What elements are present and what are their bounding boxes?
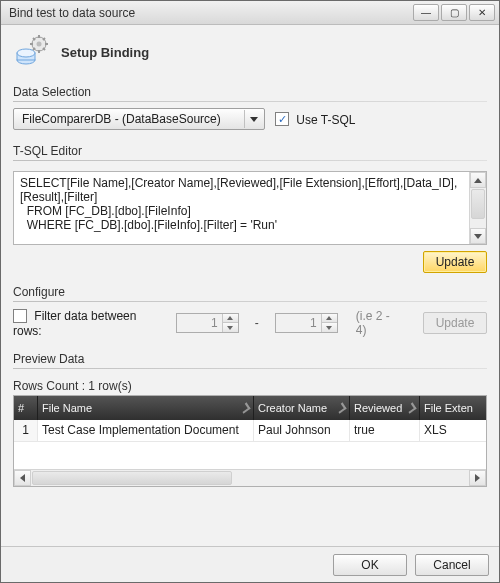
header: Setup Binding xyxy=(13,25,487,81)
col-file-ext[interactable]: File Exten xyxy=(420,396,486,420)
minimize-button[interactable]: — xyxy=(413,4,439,21)
divider xyxy=(13,301,487,302)
cancel-button[interactable]: Cancel xyxy=(415,554,489,576)
filter-icon[interactable] xyxy=(239,402,250,413)
col-file-name[interactable]: File Name xyxy=(38,396,254,420)
step-up-icon[interactable] xyxy=(222,314,238,323)
svg-point-4 xyxy=(37,42,42,47)
scroll-track[interactable] xyxy=(31,470,469,486)
svg-line-9 xyxy=(33,38,35,40)
table-row[interactable]: 1 Test Case Implementation Document Paul… xyxy=(14,420,486,442)
client-area: Setup Binding Data Selection FileCompare… xyxy=(1,25,499,546)
data-selection-row: FileComparerDB - (DataBaseSource) Use T-… xyxy=(13,108,487,130)
divider xyxy=(13,101,487,102)
step-down-icon[interactable] xyxy=(321,322,337,332)
cell-reviewed: true xyxy=(350,420,420,441)
filter-icon[interactable] xyxy=(405,402,416,413)
cell-file-name: Test Case Implementation Document xyxy=(38,420,254,441)
scroll-thumb[interactable] xyxy=(471,189,485,219)
cell-creator: Paul Johnson xyxy=(254,420,350,441)
col-reviewed[interactable]: Reviewed xyxy=(350,396,420,420)
scroll-down-icon[interactable] xyxy=(470,228,486,244)
step-down-icon[interactable] xyxy=(222,322,238,332)
database-gear-icon xyxy=(13,33,51,71)
checkbox-icon xyxy=(275,112,289,126)
svg-point-2 xyxy=(17,49,35,57)
col-creator[interactable]: Creator Name xyxy=(254,396,350,420)
divider xyxy=(13,368,487,369)
cell-num: 1 xyxy=(14,420,38,441)
datasource-dropdown[interactable]: FileComparerDB - (DataBaseSource) xyxy=(13,108,265,130)
filter-icon[interactable] xyxy=(335,402,346,413)
page-title: Setup Binding xyxy=(61,45,149,60)
tsql-editor[interactable]: SELECT[File Name],[Creator Name],[Review… xyxy=(13,171,487,245)
filter-rows-label: Filter data between rows: xyxy=(13,309,136,338)
scroll-up-icon[interactable] xyxy=(470,172,486,188)
window-title: Bind test to data source xyxy=(9,6,411,20)
tsql-update-button[interactable]: Update xyxy=(423,251,487,273)
range-dash: - xyxy=(255,316,259,330)
cell-file-ext: XLS xyxy=(420,420,486,441)
use-tsql-checkbox[interactable]: Use T-SQL xyxy=(275,112,355,127)
configure-update-button: Update xyxy=(423,312,487,334)
divider xyxy=(13,160,487,161)
use-tsql-label: Use T-SQL xyxy=(296,112,355,126)
preview-grid: # File Name Creator Name Reviewed File E… xyxy=(13,395,487,487)
filter-rows-checkbox[interactable]: Filter data between rows: xyxy=(13,308,166,338)
col-number[interactable]: # xyxy=(14,396,38,420)
rows-count-label: Rows Count : 1 row(s) xyxy=(13,379,487,393)
grid-body[interactable]: 1 Test Case Implementation Document Paul… xyxy=(14,420,486,469)
close-button[interactable]: ✕ xyxy=(469,4,495,21)
scroll-track[interactable] xyxy=(470,188,486,228)
grid-header: # File Name Creator Name Reviewed File E… xyxy=(14,396,486,420)
checkbox-icon xyxy=(13,309,27,323)
horizontal-scrollbar[interactable] xyxy=(14,469,486,486)
section-configure: Configure xyxy=(13,285,487,299)
dialog-window: Bind test to data source — ▢ ✕ xyxy=(0,0,500,583)
title-bar[interactable]: Bind test to data source — ▢ ✕ xyxy=(1,1,499,25)
section-tsql-editor: T-SQL Editor xyxy=(13,144,487,158)
datasource-selected: FileComparerDB - (DataBaseSource) xyxy=(22,112,244,126)
rows-to-value: 1 xyxy=(276,314,321,332)
maximize-button[interactable]: ▢ xyxy=(441,4,467,21)
ok-button[interactable]: OK xyxy=(333,554,407,576)
rows-from-value: 1 xyxy=(177,314,222,332)
dialog-footer: OK Cancel xyxy=(1,546,499,582)
chevron-down-icon xyxy=(244,110,262,128)
section-preview: Preview Data xyxy=(13,352,487,366)
step-up-icon[interactable] xyxy=(321,314,337,323)
svg-line-10 xyxy=(43,48,45,50)
svg-line-11 xyxy=(33,48,35,50)
section-data-selection: Data Selection xyxy=(13,85,487,99)
scroll-left-icon[interactable] xyxy=(14,470,31,486)
scroll-right-icon[interactable] xyxy=(469,470,486,486)
rows-from-stepper[interactable]: 1 xyxy=(176,313,239,333)
configure-row: Filter data between rows: 1 - 1 (i.e 2 -… xyxy=(13,308,487,338)
range-hint: (i.e 2 - 4) xyxy=(356,309,403,337)
scroll-thumb[interactable] xyxy=(32,471,232,485)
rows-to-stepper[interactable]: 1 xyxy=(275,313,338,333)
svg-line-12 xyxy=(43,38,45,40)
vertical-scrollbar[interactable] xyxy=(469,172,486,244)
tsql-text[interactable]: SELECT[File Name],[Creator Name],[Review… xyxy=(14,172,469,244)
